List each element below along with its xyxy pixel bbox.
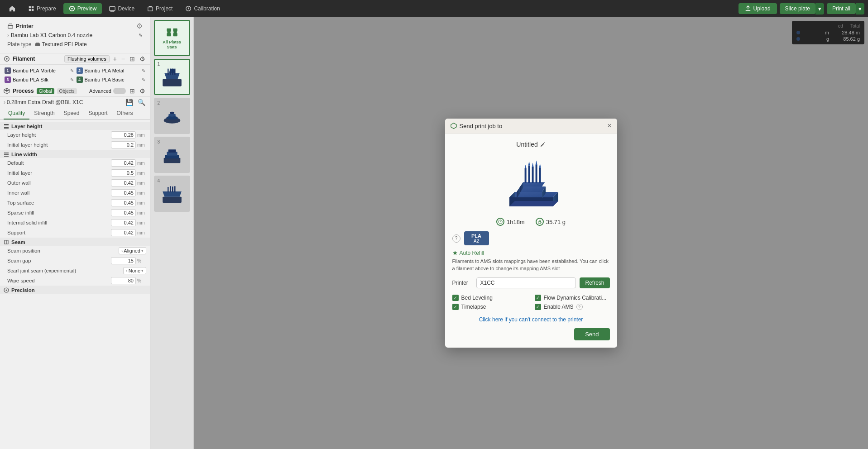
seam-position-dropdown[interactable]: › Aligned ▾ — [119, 247, 146, 254]
modal-info-row: 1h18m 35.71 g — [452, 218, 610, 226]
printer-edit-icon[interactable]: ✎ — [139, 33, 143, 38]
svg-rect-27 — [169, 29, 171, 33]
svg-rect-12 — [35, 43, 40, 46]
filament-num-3: 3 — [5, 76, 11, 83]
nav-calibration[interactable]: Calibration — [180, 3, 225, 14]
modal-body: Untitled — [445, 134, 617, 348]
outer-wall-row: Outer wall mm — [0, 178, 150, 188]
print-all-dropdown-arrow[interactable]: ▾ — [856, 3, 864, 14]
support-input[interactable] — [111, 229, 136, 236]
plate-thumb-1[interactable]: 1 — [154, 59, 190, 95]
svg-rect-18 — [4, 153, 9, 153]
filament-settings-button[interactable]: ⚙ — [139, 55, 146, 62]
advanced-toggle[interactable] — [113, 88, 126, 94]
inner-wall-input[interactable] — [111, 189, 136, 196]
tab-strength[interactable]: Strength — [29, 108, 59, 119]
svg-point-73 — [538, 221, 541, 224]
quality-tabs: Quality Strength Speed Support Others — [0, 108, 150, 120]
refresh-button[interactable]: Refresh — [580, 277, 609, 288]
objects-tag[interactable]: Objects — [57, 88, 77, 94]
plate-thumb-2[interactable]: 2 — [154, 98, 190, 134]
default-line-width-input[interactable] — [111, 159, 136, 167]
printer-value-input[interactable] — [476, 277, 576, 288]
svg-rect-7 — [148, 7, 153, 11]
layer-height-input[interactable] — [111, 131, 136, 139]
flow-dynamics-checkbox[interactable] — [535, 295, 541, 301]
slice-dropdown-arrow[interactable]: ▾ — [815, 3, 824, 14]
initial-layer-input[interactable] — [111, 169, 136, 177]
internal-solid-infill-input[interactable] — [111, 219, 136, 226]
upload-button[interactable]: Upload — [739, 3, 777, 14]
nav-project[interactable]: Project — [142, 3, 178, 14]
print-all-button[interactable]: Print all — [827, 3, 856, 14]
slice-plate-button[interactable]: Slice plate — [780, 3, 815, 14]
settings-list: Layer height Layer height mm Initial lay… — [0, 120, 150, 449]
svg-rect-28 — [173, 29, 175, 34]
nav-prepare[interactable]: Prepare — [23, 3, 62, 14]
global-tag[interactable]: Global — [37, 88, 54, 94]
filament-slot-row: ? PLA A2 — [452, 231, 610, 245]
pla-badge[interactable]: PLA A2 — [464, 231, 489, 245]
timelapse-checkbox[interactable] — [452, 304, 459, 310]
plate-type-value: Textured PEI Plate — [35, 41, 86, 48]
filament-options-button[interactable]: ⊞ — [129, 55, 136, 62]
connect-link[interactable]: Click here if you can't connect to the p… — [479, 316, 583, 323]
filament-edit-2[interactable]: ✎ — [142, 68, 145, 73]
nav-home[interactable] — [4, 3, 21, 14]
svg-rect-29 — [167, 31, 169, 34]
top-surface-row: Top surface mm — [0, 198, 150, 208]
filament-edit-4[interactable]: ✎ — [142, 77, 145, 82]
wipe-speed-row: Wipe speed % — [0, 276, 150, 286]
tab-support[interactable]: Support — [84, 108, 112, 119]
filament-list: 1 Bambu PLA Marble ✎ 2 Bambu PLA Metal ✎… — [0, 65, 150, 86]
flushing-volumes-button[interactable]: Flushing volumes — [64, 55, 110, 62]
svg-rect-63 — [528, 166, 530, 183]
bed-leveling-checkbox[interactable] — [452, 295, 459, 301]
filament-edit-1[interactable]: ✎ — [70, 68, 74, 73]
scarf-joint-dropdown[interactable]: › None ▾ — [123, 267, 146, 274]
send-button[interactable]: Send — [574, 328, 609, 340]
initial-layer-height-row: Initial layer height mm — [0, 140, 150, 150]
checkbox-timelapse: Timelapse — [452, 304, 528, 310]
tab-others[interactable]: Others — [112, 108, 137, 119]
all-plates-stats[interactable]: All PlatesStats — [154, 20, 190, 56]
modal-close-button[interactable]: × — [607, 122, 611, 129]
outer-wall-input[interactable] — [111, 179, 136, 186]
seam-gap-input[interactable] — [111, 257, 136, 264]
filament-item-2: 2 Bambu PLA Metal ✎ — [76, 67, 147, 75]
sparse-infill-row: Sparse infill mm — [0, 208, 150, 218]
nav-preview[interactable]: Preview — [63, 3, 102, 14]
svg-rect-65 — [535, 165, 537, 183]
precision-group: Precision — [0, 286, 150, 294]
printer-settings-icon[interactable]: ⚙ — [136, 22, 143, 30]
filament-item-3: 3 Bambu PLA Silk ✎ — [4, 76, 75, 84]
filament-num-1: 1 — [5, 67, 11, 74]
enable-ams-checkbox[interactable] — [535, 304, 541, 310]
process-settings-icon[interactable]: ⚙ — [139, 87, 146, 95]
top-surface-input[interactable] — [111, 199, 136, 206]
wipe-speed-input[interactable] — [111, 277, 136, 284]
svg-rect-51 — [174, 186, 176, 192]
filament-remove-button[interactable]: − — [120, 55, 126, 62]
initial-layer-height-input[interactable] — [111, 141, 136, 148]
plate-thumb-4[interactable]: 4 — [154, 176, 190, 212]
filament-add-button[interactable]: + — [112, 55, 118, 62]
filament-help-icon[interactable]: ? — [452, 234, 460, 243]
tab-quality[interactable]: Quality — [4, 108, 29, 119]
tab-speed[interactable]: Speed — [59, 108, 84, 119]
checkbox-flow-dynamics: Flow Dynamics Calibrati... — [535, 295, 610, 301]
process-copy-icon[interactable]: ⊞ — [129, 87, 136, 95]
ams-help-icon[interactable]: ? — [576, 304, 583, 310]
profile-save-icon[interactable]: 💾 — [125, 99, 134, 106]
filament-edit-3[interactable]: ✎ — [70, 77, 74, 82]
seam-gap-row: Seam gap % — [0, 256, 150, 266]
svg-rect-19 — [4, 154, 9, 155]
svg-rect-2 — [29, 9, 31, 11]
svg-marker-56 — [509, 201, 558, 206]
svg-marker-47 — [163, 191, 182, 197]
internal-solid-infill-row: Internal solid infill mm — [0, 218, 150, 228]
profile-search-icon[interactable]: 🔍 — [137, 99, 146, 106]
sparse-infill-input[interactable] — [111, 209, 136, 216]
plate-thumb-3[interactable]: 3 — [154, 137, 190, 173]
nav-device[interactable]: Device — [104, 3, 140, 14]
